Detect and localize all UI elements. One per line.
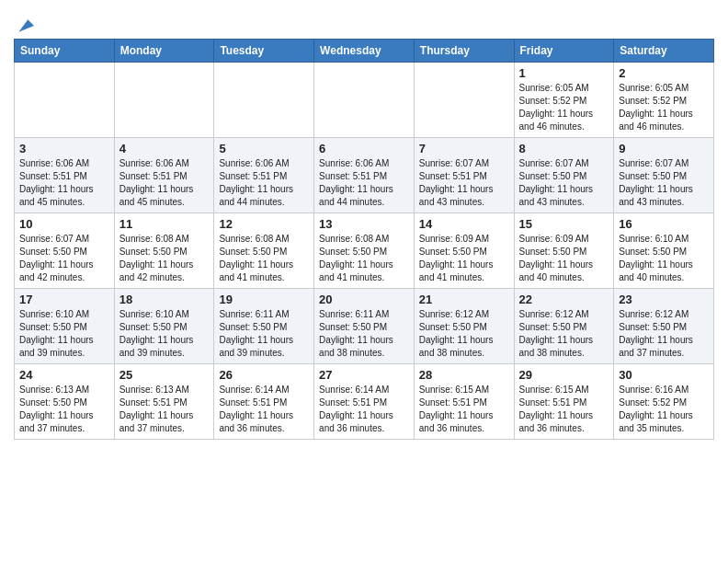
day-info: Sunrise: 6:07 AM Sunset: 5:50 PM Dayligh… <box>19 233 109 284</box>
day-info: Sunrise: 6:11 AM Sunset: 5:50 PM Dayligh… <box>319 308 409 360</box>
logo-icon <box>16 17 34 35</box>
day-number: 5 <box>219 142 309 155</box>
day-number: 20 <box>319 293 409 306</box>
day-cell: 8Sunrise: 6:07 AM Sunset: 5:50 PM Daylig… <box>514 138 614 213</box>
day-number: 4 <box>119 142 210 155</box>
day-info: Sunrise: 6:08 AM Sunset: 5:50 PM Dayligh… <box>319 233 409 284</box>
day-cell: 22Sunrise: 6:12 AM Sunset: 5:50 PM Dayli… <box>514 289 614 364</box>
day-cell: 23Sunrise: 6:12 AM Sunset: 5:50 PM Dayli… <box>614 289 714 364</box>
weekday-monday: Monday <box>114 40 214 63</box>
weekday-friday: Friday <box>514 40 614 63</box>
day-number: 15 <box>519 217 609 231</box>
day-cell: 12Sunrise: 6:08 AM Sunset: 5:50 PM Dayli… <box>214 213 314 289</box>
day-cell <box>114 63 214 138</box>
day-cell: 27Sunrise: 6:14 AM Sunset: 5:51 PM Dayli… <box>314 364 415 440</box>
day-info: Sunrise: 6:12 AM Sunset: 5:50 PM Dayligh… <box>519 308 609 360</box>
day-info: Sunrise: 6:06 AM Sunset: 5:51 PM Dayligh… <box>19 157 109 209</box>
day-info: Sunrise: 6:14 AM Sunset: 5:51 PM Dayligh… <box>219 384 309 435</box>
week-row-5: 24Sunrise: 6:13 AM Sunset: 5:50 PM Dayli… <box>15 364 714 440</box>
day-info: Sunrise: 6:11 AM Sunset: 5:50 PM Dayligh… <box>219 308 309 360</box>
day-cell: 21Sunrise: 6:12 AM Sunset: 5:50 PM Dayli… <box>414 289 514 364</box>
day-cell: 19Sunrise: 6:11 AM Sunset: 5:50 PM Dayli… <box>214 289 314 364</box>
day-info: Sunrise: 6:10 AM Sunset: 5:50 PM Dayligh… <box>19 308 109 360</box>
day-number: 24 <box>19 368 109 382</box>
weekday-sunday: Sunday <box>15 40 115 63</box>
day-number: 27 <box>319 368 409 382</box>
day-number: 6 <box>319 142 409 155</box>
day-cell: 11Sunrise: 6:08 AM Sunset: 5:50 PM Dayli… <box>114 213 214 289</box>
header <box>14 9 714 31</box>
day-number: 19 <box>219 293 309 306</box>
week-row-4: 17Sunrise: 6:10 AM Sunset: 5:50 PM Dayli… <box>15 289 714 364</box>
day-info: Sunrise: 6:12 AM Sunset: 5:50 PM Dayligh… <box>419 308 509 360</box>
day-number: 26 <box>219 368 309 382</box>
weekday-thursday: Thursday <box>414 40 514 63</box>
day-cell: 16Sunrise: 6:10 AM Sunset: 5:50 PM Dayli… <box>614 213 714 289</box>
day-info: Sunrise: 6:06 AM Sunset: 5:51 PM Dayligh… <box>119 157 210 209</box>
weekday-saturday: Saturday <box>614 40 714 63</box>
weekday-wednesday: Wednesday <box>314 40 415 63</box>
week-row-2: 3Sunrise: 6:06 AM Sunset: 5:51 PM Daylig… <box>15 138 714 213</box>
day-number: 30 <box>619 368 709 382</box>
day-number: 8 <box>519 142 609 155</box>
day-info: Sunrise: 6:10 AM Sunset: 5:50 PM Dayligh… <box>619 233 709 284</box>
logo-text <box>14 17 34 35</box>
day-info: Sunrise: 6:05 AM Sunset: 5:52 PM Dayligh… <box>519 82 609 133</box>
day-cell: 18Sunrise: 6:10 AM Sunset: 5:50 PM Dayli… <box>114 289 214 364</box>
day-cell: 26Sunrise: 6:14 AM Sunset: 5:51 PM Dayli… <box>214 364 314 440</box>
day-cell: 10Sunrise: 6:07 AM Sunset: 5:50 PM Dayli… <box>15 213 115 289</box>
day-cell: 9Sunrise: 6:07 AM Sunset: 5:50 PM Daylig… <box>614 138 714 213</box>
day-number: 22 <box>519 293 609 306</box>
day-number: 18 <box>119 293 210 306</box>
day-info: Sunrise: 6:14 AM Sunset: 5:51 PM Dayligh… <box>319 384 409 435</box>
day-cell: 25Sunrise: 6:13 AM Sunset: 5:51 PM Dayli… <box>114 364 214 440</box>
day-cell: 2Sunrise: 6:05 AM Sunset: 5:52 PM Daylig… <box>614 63 714 138</box>
day-info: Sunrise: 6:08 AM Sunset: 5:50 PM Dayligh… <box>219 233 309 284</box>
day-info: Sunrise: 6:07 AM Sunset: 5:50 PM Dayligh… <box>519 157 609 209</box>
day-number: 29 <box>519 368 609 382</box>
weekday-header-row: SundayMondayTuesdayWednesdayThursdayFrid… <box>15 40 714 63</box>
day-info: Sunrise: 6:07 AM Sunset: 5:51 PM Dayligh… <box>419 157 509 209</box>
day-info: Sunrise: 6:15 AM Sunset: 5:51 PM Dayligh… <box>519 384 609 435</box>
day-info: Sunrise: 6:16 AM Sunset: 5:52 PM Dayligh… <box>619 384 709 435</box>
day-info: Sunrise: 6:06 AM Sunset: 5:51 PM Dayligh… <box>319 157 409 209</box>
day-info: Sunrise: 6:12 AM Sunset: 5:50 PM Dayligh… <box>619 308 709 360</box>
day-cell: 28Sunrise: 6:15 AM Sunset: 5:51 PM Dayli… <box>414 364 514 440</box>
day-number: 2 <box>619 66 709 80</box>
day-cell: 14Sunrise: 6:09 AM Sunset: 5:50 PM Dayli… <box>414 213 514 289</box>
svg-marker-0 <box>18 19 34 31</box>
week-row-1: 1Sunrise: 6:05 AM Sunset: 5:52 PM Daylig… <box>15 63 714 138</box>
day-info: Sunrise: 6:09 AM Sunset: 5:50 PM Dayligh… <box>419 233 509 284</box>
day-number: 3 <box>19 142 109 155</box>
day-cell <box>15 63 115 138</box>
day-cell: 20Sunrise: 6:11 AM Sunset: 5:50 PM Dayli… <box>314 289 415 364</box>
day-cell: 30Sunrise: 6:16 AM Sunset: 5:52 PM Dayli… <box>614 364 714 440</box>
day-number: 25 <box>119 368 210 382</box>
day-info: Sunrise: 6:13 AM Sunset: 5:51 PM Dayligh… <box>119 384 210 435</box>
day-cell <box>414 63 514 138</box>
day-info: Sunrise: 6:13 AM Sunset: 5:50 PM Dayligh… <box>19 384 109 435</box>
day-info: Sunrise: 6:10 AM Sunset: 5:50 PM Dayligh… <box>119 308 210 360</box>
day-cell: 6Sunrise: 6:06 AM Sunset: 5:51 PM Daylig… <box>314 138 415 213</box>
day-number: 17 <box>19 293 109 306</box>
day-cell: 1Sunrise: 6:05 AM Sunset: 5:52 PM Daylig… <box>514 63 614 138</box>
day-info: Sunrise: 6:07 AM Sunset: 5:50 PM Dayligh… <box>619 157 709 209</box>
day-number: 21 <box>419 293 509 306</box>
day-cell: 7Sunrise: 6:07 AM Sunset: 5:51 PM Daylig… <box>414 138 514 213</box>
day-cell: 4Sunrise: 6:06 AM Sunset: 5:51 PM Daylig… <box>114 138 214 213</box>
day-number: 10 <box>19 217 109 231</box>
day-number: 7 <box>419 142 509 155</box>
day-cell: 5Sunrise: 6:06 AM Sunset: 5:51 PM Daylig… <box>214 138 314 213</box>
day-number: 13 <box>319 217 409 231</box>
day-cell: 24Sunrise: 6:13 AM Sunset: 5:50 PM Dayli… <box>15 364 115 440</box>
logo <box>14 17 34 31</box>
week-row-3: 10Sunrise: 6:07 AM Sunset: 5:50 PM Dayli… <box>15 213 714 289</box>
day-info: Sunrise: 6:15 AM Sunset: 5:51 PM Dayligh… <box>419 384 509 435</box>
day-cell: 3Sunrise: 6:06 AM Sunset: 5:51 PM Daylig… <box>15 138 115 213</box>
page: SundayMondayTuesdayWednesdayThursdayFrid… <box>0 0 728 449</box>
day-number: 16 <box>619 217 709 231</box>
day-cell: 13Sunrise: 6:08 AM Sunset: 5:50 PM Dayli… <box>314 213 415 289</box>
day-info: Sunrise: 6:06 AM Sunset: 5:51 PM Dayligh… <box>219 157 309 209</box>
weekday-tuesday: Tuesday <box>214 40 314 63</box>
day-cell: 15Sunrise: 6:09 AM Sunset: 5:50 PM Dayli… <box>514 213 614 289</box>
